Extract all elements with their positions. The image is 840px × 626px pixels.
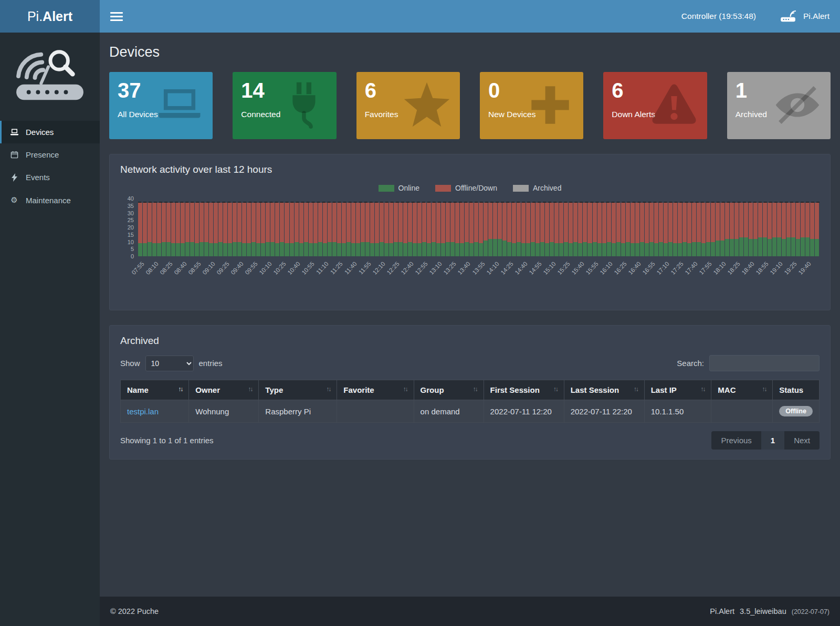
stacked-bar [512,199,516,256]
stacked-bar [185,199,190,256]
stacked-bar [209,199,213,256]
column-header-type[interactable]: Type↑↓ [259,380,337,400]
stacked-bar [365,199,370,256]
sort-icon: ↑↓ [553,385,558,393]
stacked-bar [777,199,781,256]
stacked-bar [631,199,635,256]
stacked-bar [659,199,663,256]
legend-swatch-online [379,185,394,192]
column-header-last-session[interactable]: Last Session↑↓ [564,380,644,400]
stacked-bar [763,199,767,256]
nav-brand[interactable]: Pi.Alert [803,12,830,21]
stacked-bar [782,199,786,256]
stacked-bar [540,199,544,256]
stacked-bar [559,199,563,256]
card-new-devices[interactable]: 0 New Devices [480,72,583,139]
network-activity-chart: 0510152025303540 07:5508:1008:2508:4008:… [120,199,820,300]
stacked-bar [531,199,535,256]
stacked-bar [152,199,156,256]
controller-clock[interactable]: Controller (19:53:48) [681,12,756,21]
stacked-bar [337,199,341,256]
sort-icon: ↑↓ [248,385,252,393]
column-header-first-session[interactable]: First Session↑↓ [484,380,564,400]
device-link[interactable]: testpi.lan [127,407,159,416]
stacked-bar [195,199,199,256]
table-header-row: Name↑↓ Owner↑↓ Type↑↓ Favorite↑↓ Group↑↓… [121,380,820,400]
cell-last-session: 2022-07-11 22:20 [564,400,644,423]
stacked-bar [711,199,715,256]
stacked-bar [432,199,436,256]
stacked-bar [351,199,355,256]
stacked-bar [607,199,611,256]
legend-archived: Archived [513,184,561,192]
stacked-bar [256,199,260,256]
plus-icon [526,80,575,130]
stacked-bar [734,199,739,256]
app-logo[interactable]: Pi.Alert [0,0,100,33]
stacked-bar [569,199,573,256]
stacked-bar [720,199,724,256]
stacked-bar [730,199,734,256]
stacked-bar [295,199,299,256]
stacked-bar [649,199,654,256]
network-activity-panel: Network activity over last 12 hours Onli… [109,154,831,310]
card-connected[interactable]: 14 Connected [233,72,336,139]
stacked-bar [564,199,568,256]
sidebar: Devices Presence Events ⚙ Maintenance [0,33,100,626]
footer: © 2022 Puche Pi.Alert 3.5_leiweibau (202… [100,597,840,626]
stacked-bar [545,199,549,256]
page-1-button[interactable]: 1 [761,431,784,450]
stacked-bar [228,199,232,256]
column-header-favorite[interactable]: Favorite↑↓ [337,380,414,400]
top-header: Pi.Alert Controller (19:53:48) Pi.Alert [0,0,840,33]
page-length-select[interactable]: 10 [145,356,194,371]
column-header-group[interactable]: Group↑↓ [414,380,484,400]
stacked-bar [521,199,526,256]
stacked-bar [422,199,426,256]
sidebar-item-events[interactable]: Events [0,166,100,189]
sidebar-item-devices[interactable]: Devices [0,121,100,143]
stacked-bar [626,199,630,256]
previous-page-button[interactable]: Previous [711,431,761,450]
card-down-alerts[interactable]: 6 Down Alerts [603,72,707,139]
laptop-icon [155,80,204,130]
stacked-bar [138,199,142,256]
stacked-bar [706,199,710,256]
stacked-bar [654,199,658,256]
stacked-bar [242,199,246,256]
stacked-bar [356,199,360,256]
sidebar-item-maintenance[interactable]: ⚙ Maintenance [0,189,100,212]
sidebar-item-presence[interactable]: Presence [0,143,100,166]
column-header-status[interactable]: Status [773,380,820,400]
card-all-devices[interactable]: 37 All Devices [109,72,213,139]
legend-label: Archived [533,184,561,192]
sidebar-toggle-button[interactable] [110,12,123,21]
search-input[interactable] [709,355,820,371]
stacked-bar [645,199,649,256]
card-favorites[interactable]: 6 Favorites [356,72,460,139]
cell-group: on demand [414,400,484,423]
chart-title: Network activity over last 12 hours [120,164,820,175]
next-page-button[interactable]: Next [784,431,820,450]
chart-legend: Online Offline/Down Archived [120,184,820,192]
stacked-bar [427,199,431,256]
column-header-last-ip[interactable]: Last IP↑↓ [644,380,711,400]
stacked-bar [664,199,668,256]
column-header-mac[interactable]: MAC↑↓ [711,380,773,400]
pialert-logo [0,33,100,121]
stacked-bar [403,199,407,256]
column-header-owner[interactable]: Owner↑↓ [189,380,259,400]
stacked-bar [162,199,166,256]
navbar: Controller (19:53:48) Pi.Alert [100,0,840,33]
stacked-bar [668,199,673,256]
gear-icon: ⚙ [9,195,19,205]
stacked-bar [697,199,701,256]
chart-plot [138,199,820,256]
archived-title: Archived [120,335,820,347]
card-archived[interactable]: 1 Archived [727,72,831,139]
column-header-name[interactable]: Name↑↓ [121,380,189,400]
stacked-bar [716,199,720,256]
stacked-bar [251,199,256,256]
footer-version: 3.5_leiweibau [740,607,786,615]
stacked-bar [148,199,152,256]
